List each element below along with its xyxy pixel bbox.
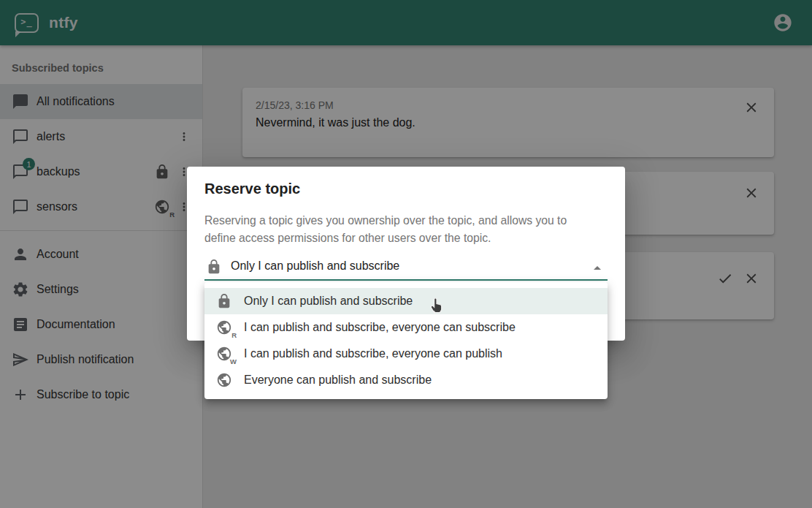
menu-option-everyone-write[interactable]: W I can publish and subscribe, everyone … (204, 341, 608, 367)
select-value: Only I can publish and subscribe (231, 259, 399, 273)
menu-option-only-me[interactable]: Only I can publish and subscribe (204, 288, 608, 314)
globe-icon (216, 372, 232, 388)
menu-option-label: I can publish and subscribe, everyone ca… (244, 347, 502, 360)
dialog-description: Reserving a topic gives you ownership ov… (204, 212, 581, 247)
menu-option-everyone[interactable]: Everyone can publish and subscribe (204, 367, 608, 393)
dialog-title: Reserve topic (204, 181, 300, 197)
lock-icon (206, 259, 222, 275)
access-permission-menu: Only I can publish and subscribe R I can… (204, 282, 608, 399)
access-permission-select[interactable]: Only I can publish and subscribe (204, 256, 608, 279)
chevron-up-icon (589, 259, 606, 277)
globe-letter-w: W (230, 358, 237, 365)
globe-read-icon: R (216, 319, 232, 335)
globe-letter-r: R (231, 332, 237, 339)
menu-option-label: I can publish and subscribe, everyone ca… (244, 321, 516, 334)
globe-write-icon: W (216, 346, 232, 362)
menu-option-label: Everyone can publish and subscribe (244, 374, 432, 387)
lock-icon (216, 293, 232, 309)
menu-option-label: Only I can publish and subscribe (244, 295, 413, 308)
select-underline (204, 279, 608, 281)
menu-option-everyone-read[interactable]: R I can publish and subscribe, everyone … (204, 314, 608, 341)
